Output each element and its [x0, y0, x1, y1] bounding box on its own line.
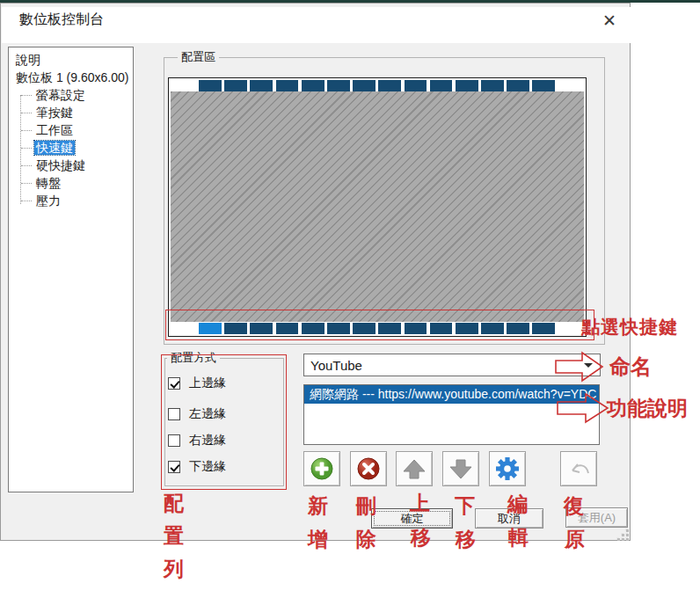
hotkey-square[interactable]	[353, 80, 376, 91]
list-item-selected[interactable]: 網際網路 --- https://www.youtube.com/watch?v…	[304, 385, 599, 404]
hotkey-square[interactable]	[224, 80, 247, 91]
annotation-delete-1: 刪	[356, 496, 376, 516]
tree-item-label[interactable]: 壓力	[34, 193, 62, 208]
annotation-up-1: 上	[410, 493, 430, 514]
annotation-add-2: 增	[308, 529, 328, 550]
hotkey-square[interactable]	[302, 80, 324, 91]
edge-checkbox-group: 上邊緣左邊緣右邊緣下邊緣	[161, 354, 287, 490]
top-hotkey-row	[199, 80, 555, 91]
tree-connector	[21, 148, 32, 150]
hotkey-square[interactable]	[456, 80, 478, 91]
tree-item[interactable]: 硬快捷鍵	[9, 157, 133, 174]
annotation-description-label: 功能說明	[607, 398, 688, 419]
tablet-work-area	[171, 91, 584, 322]
annotation-naming-label: 命名	[609, 356, 652, 377]
annotation-hotkey-row-label: 點選快捷鍵	[581, 317, 678, 336]
tree-item-label[interactable]: 快速鍵	[34, 141, 75, 155]
tree-item-label[interactable]: 數位板 1 (9.60x6.00)	[14, 70, 130, 84]
annotation-down-2: 移	[456, 529, 476, 550]
checkbox-unchecked[interactable]	[168, 434, 180, 447]
delete-button[interactable]	[350, 451, 387, 486]
annotation-restore-1: 復	[564, 496, 584, 516]
tree-connector	[21, 130, 32, 132]
name-combobox-value: YouTube	[310, 358, 362, 373]
tree-item-label[interactable]: 硬快捷鍵	[34, 158, 87, 172]
checkbox-label: 左邊緣	[189, 406, 226, 422]
hotkey-square[interactable]	[532, 80, 555, 91]
annotation-edit-2: 輯	[508, 528, 529, 548]
edge-checkbox-row: 左邊緣	[168, 406, 226, 422]
tree-item[interactable]: 說明	[9, 51, 133, 69]
checkbox-label: 下邊緣	[189, 459, 226, 475]
move-down-button[interactable]	[442, 451, 479, 486]
hotkey-square[interactable]	[199, 80, 222, 91]
annotation-add-1: 新	[308, 496, 328, 516]
screenshot-canvas: 數位板控制台 ✕ 說明數位板 1 (9.60x6.00)螢幕設定筆按鍵工作區快速…	[0, 0, 700, 598]
tree-item-label[interactable]: 工作區	[34, 123, 75, 137]
tree-guide-line	[20, 95, 21, 204]
tree-item[interactable]: 轉盤	[9, 174, 133, 192]
edge-checkbox-row: 上邊緣	[168, 376, 226, 391]
tablet-layout-preview[interactable]	[168, 77, 587, 337]
arrow-up-icon	[402, 456, 427, 481]
close-icon[interactable]: ✕	[596, 7, 623, 33]
tree-item[interactable]: 數位板 1 (9.60x6.00)	[9, 69, 133, 86]
restore-button[interactable]	[560, 451, 597, 486]
checkbox-checked[interactable]	[168, 461, 180, 473]
tree-item[interactable]: 工作區	[9, 121, 133, 139]
plus-circle-icon	[310, 456, 334, 481]
tree-connector	[21, 165, 32, 167]
tree-item-label[interactable]: 筆按鍵	[34, 106, 75, 120]
hotkey-square[interactable]	[378, 80, 401, 91]
settings-tree: 說明數位板 1 (9.60x6.00)螢幕設定筆按鍵工作區快速鍵硬快捷鍵轉盤壓力	[8, 47, 134, 492]
edge-checkbox-row: 下邊緣	[168, 459, 226, 475]
checkbox-label: 上邊緣	[189, 376, 226, 391]
gear-icon	[495, 456, 520, 481]
hotkey-square[interactable]	[430, 80, 453, 91]
annotation-delete-2: 除	[356, 529, 376, 550]
tree-item[interactable]: 筆按鍵	[9, 104, 133, 121]
arrow-down-icon	[448, 456, 473, 481]
tree-item[interactable]: 螢幕設定	[9, 86, 133, 104]
annotation-restore-2: 原	[565, 529, 585, 550]
annotation-up-2: 移	[411, 528, 431, 548]
undo-arrow-icon	[566, 456, 591, 481]
edit-button[interactable]	[489, 451, 526, 486]
checkbox-checked[interactable]	[168, 377, 180, 390]
hotkey-square[interactable]	[507, 80, 529, 91]
hotkey-square[interactable]	[327, 80, 350, 91]
layout-area-label: 配置區	[178, 50, 219, 64]
move-up-button[interactable]	[396, 451, 433, 486]
tree-item-label[interactable]: 說明	[14, 53, 42, 67]
annotation-config-col-2: 置	[164, 526, 184, 546]
x-circle-icon	[356, 456, 381, 481]
annotation-config-col-1: 配	[164, 493, 184, 514]
resize-grip[interactable]	[616, 529, 630, 542]
annotation-down-1: 下	[455, 496, 475, 516]
hotkey-square[interactable]	[405, 80, 427, 91]
tree-item[interactable]: 快速鍵	[9, 139, 133, 157]
tree-item-label[interactable]: 轉盤	[34, 176, 62, 190]
annotation-box-hotkey-row	[165, 310, 594, 340]
tree-connector	[21, 95, 32, 97]
tree-item[interactable]: 壓力	[9, 192, 133, 209]
checkbox-unchecked[interactable]	[168, 408, 180, 420]
hotkey-square[interactable]	[250, 80, 273, 91]
annotation-edit-1: 編	[507, 494, 528, 514]
tree-connector	[21, 113, 32, 114]
tree-item-label[interactable]: 螢幕設定	[34, 88, 87, 102]
annotation-config-col-3: 列	[164, 559, 184, 580]
hotkey-square[interactable]	[481, 80, 504, 91]
add-button[interactable]	[303, 451, 340, 486]
checkbox-label: 右邊緣	[189, 433, 226, 448]
tree-connector	[21, 201, 32, 202]
edge-checkbox-row: 右邊緣	[168, 433, 226, 448]
window-title: 數位板控制台	[19, 11, 104, 29]
tree-connector	[21, 183, 32, 185]
hotkey-square[interactable]	[276, 80, 299, 91]
annotation-arrow-description	[556, 392, 610, 424]
annotation-arrow-naming	[554, 351, 605, 383]
